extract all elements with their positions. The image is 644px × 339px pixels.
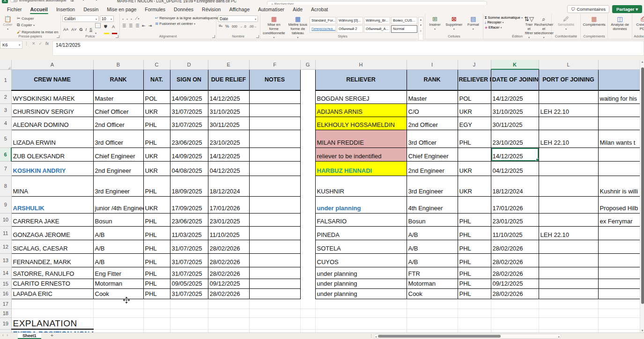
format-cells-button[interactable]: ▤Format▾ [466, 15, 480, 31]
fill-button[interactable]: ⤓ Recopier ▾ [485, 20, 522, 25]
cell-H7[interactable]: HARBUZ HENNADI [315, 161, 407, 176]
cell-B2[interactable]: Master [93, 90, 143, 103]
cell-E8[interactable]: 18/12/2024 [208, 176, 249, 196]
cell-B5[interactable]: 3rd Officer [93, 130, 143, 147]
cell-E15[interactable]: 09/12/2025 [208, 279, 249, 288]
cell-style-option[interactable]: Währung_Br... [364, 17, 390, 24]
cell-J3[interactable]: UKR [458, 103, 491, 117]
cell-A2[interactable]: WYSOKINSKI MAREK [11, 90, 93, 103]
cell-H4[interactable]: ELKHOULY HOSSAMELDIN [315, 117, 407, 130]
cell-C15[interactable]: PHL [143, 279, 170, 288]
cell-I3[interactable]: C/O [407, 103, 458, 117]
cell-B19[interactable] [93, 317, 143, 329]
share-button[interactable]: Partager ▾ [612, 5, 642, 13]
cell-I20[interactable] [407, 329, 458, 332]
cell-E13[interactable]: 28/02/2026 [208, 253, 249, 267]
font-size-select[interactable]: 10▾ [100, 15, 114, 22]
cell-L13[interactable] [539, 253, 598, 267]
merge-center-button[interactable]: ⊞ Fusionner et centrer ▾ [155, 22, 221, 26]
cell-B8[interactable]: 3rd Engineer [93, 176, 143, 196]
clear-button[interactable]: ◈ Effacer ▾ [485, 25, 522, 29]
cell-J4[interactable]: EGY [458, 117, 491, 130]
cell-A17[interactable] [11, 299, 93, 309]
scroll-down-icon[interactable]: ▼ [640, 329, 644, 332]
cell-F9[interactable] [249, 196, 300, 213]
scroll-right-icon[interactable]: ▸ [558, 335, 560, 338]
cell-G8[interactable] [300, 176, 315, 196]
cell-L5[interactable]: LEH 22.10 [539, 130, 598, 147]
cell-H3[interactable]: ADIJANS ARNIS [315, 103, 407, 117]
cell-E19[interactable] [208, 317, 249, 329]
row-header-7[interactable]: 7 [0, 161, 11, 176]
cell-A13[interactable]: FERNANDEZ, MARK [11, 253, 93, 267]
cell-M3[interactable] [598, 103, 644, 117]
ribbon-tab-fichier[interactable]: Fichier [3, 5, 26, 14]
cell-E16[interactable]: 28/02/2026 [208, 288, 249, 299]
cell-G14[interactable] [300, 267, 315, 279]
cell-L7[interactable] [539, 161, 598, 176]
row-header-10[interactable]: 10 [0, 213, 11, 226]
cell-I18[interactable] [407, 309, 458, 317]
cell-D20[interactable] [170, 329, 208, 332]
row-header-5[interactable]: 5 [0, 130, 11, 147]
font-dialog-launcher[interactable] [116, 35, 118, 38]
percent-format-button[interactable]: % [224, 23, 230, 29]
cell-style-option[interactable]: Вояко_CUS... [391, 17, 417, 24]
cell-J12[interactable]: PHL [458, 240, 491, 253]
bold-button[interactable]: G [79, 27, 84, 33]
cell-E1[interactable]: DUE RELIEF [208, 69, 249, 90]
add-sheet-icon[interactable]: + [51, 333, 53, 338]
next-sheet-icon[interactable]: › [7, 333, 11, 338]
comments-button[interactable]: 🗩 Commentaires [567, 5, 609, 13]
cell-M16[interactable] [598, 288, 644, 299]
row-header-9[interactable]: 9 [0, 196, 11, 213]
cell-style-option[interactable]: Гиперссылка... [310, 25, 336, 33]
col-header-E[interactable]: E [208, 60, 249, 69]
cell-B14[interactable]: Eng Fitter [93, 267, 143, 279]
cell-F17[interactable] [249, 299, 300, 309]
cell-D1[interactable]: SIGN ON [170, 69, 208, 90]
cell-J9[interactable] [458, 196, 491, 213]
cell-L14[interactable] [539, 267, 598, 279]
cell-G2[interactable] [300, 90, 315, 103]
cell-H10[interactable]: FALSARIO [315, 213, 407, 226]
cell-D9[interactable]: 17/09/2025 [170, 196, 208, 213]
cell-F1[interactable]: NOTES [249, 69, 300, 90]
cell-I17[interactable] [407, 299, 458, 309]
cell-A15[interactable]: CLARITO ERNESTO [11, 279, 93, 288]
cell-J5[interactable]: PHL [458, 130, 491, 147]
cell-E7[interactable]: 04/12/2025 [208, 161, 249, 176]
cell-L6[interactable] [539, 147, 598, 161]
cell-M4[interactable] [598, 117, 644, 130]
cell-K7[interactable]: 04/12/2025 [491, 161, 539, 176]
cell-I15[interactable]: Motorman [407, 279, 458, 288]
cell-L8[interactable] [539, 176, 598, 196]
cell-B10[interactable]: Bosun [93, 213, 143, 226]
cell-C20[interactable] [143, 329, 170, 332]
cell-D15[interactable]: 09/05/2025 [170, 279, 208, 288]
cell-I6[interactable]: Chief Engineer [407, 147, 458, 161]
cell-H19[interactable] [315, 317, 407, 329]
cell-I14[interactable]: FTR [407, 267, 458, 279]
autosum-button[interactable]: Σ Somme automatique ▾ [485, 15, 522, 20]
ribbon-tab-formules[interactable]: Formules [141, 5, 170, 14]
cell-F15[interactable] [249, 279, 300, 288]
cell-I9[interactable]: 4th Engineer [407, 196, 458, 213]
cell-H2[interactable]: BOGDAN SERGEJ [315, 90, 407, 103]
scroll-up-icon[interactable]: ▲ [640, 60, 644, 63]
cell-style-option[interactable]: Standard_For... [310, 17, 336, 24]
cell-H5[interactable]: MILAN FREDDIE [315, 130, 407, 147]
cell-A9[interactable]: ARSHULIK [11, 196, 93, 213]
row-header-12[interactable]: 12 [0, 240, 11, 253]
cell-H11[interactable]: PINEDA [315, 226, 407, 240]
prev-sheet-icon[interactable]: ‹ [2, 333, 7, 338]
ribbon-tab-automatiser[interactable]: Automatiser [254, 5, 289, 14]
cell-E12[interactable]: 28/02/2026 [208, 240, 249, 253]
cut-button[interactable]: ✂ Couper [16, 15, 59, 22]
cell-J8[interactable]: UKR [458, 176, 491, 196]
cell-F5[interactable] [249, 130, 300, 147]
cell-B12[interactable]: A/B [93, 240, 143, 253]
cell-C6[interactable]: UKR [143, 147, 170, 161]
formula-input[interactable]: 14/12/2025 [52, 41, 644, 56]
cell-A20[interactable]: EXTRA POSITION NON ROT [11, 329, 93, 332]
